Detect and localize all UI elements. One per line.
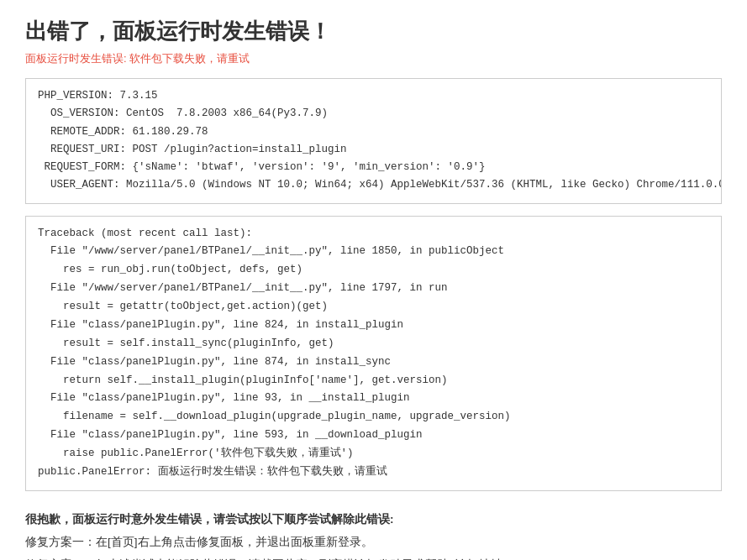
repair-option1: 修复方案一：在[首页]右上角点击修复面板，并退出面板重新登录。 — [25, 531, 722, 553]
repair-title: 很抱歉，面板运行时意外发生错误，请尝试按以下顺序尝试解除此错误: — [25, 508, 722, 531]
repair-section: 很抱歉，面板运行时意外发生错误，请尝试按以下顺序尝试解除此错误: 修复方案一：在… — [25, 508, 722, 560]
error-subtitle: 面板运行时发生错误: 软件包下载失败，请重试 — [25, 51, 722, 66]
traceback-block: Traceback (most recent call last): File … — [25, 216, 722, 491]
env-info-block: PHP_VERSION: 7.3.15 OS_VERSION: CentOS 7… — [25, 78, 722, 204]
page-title: 出错了，面板运行时发生错误！ — [25, 17, 722, 46]
repair-option2: 修复方案二：如上述尝试未能解除此错误，请截图此窗口到宝塔论坛发贴寻求帮助, 论坛… — [25, 553, 722, 560]
